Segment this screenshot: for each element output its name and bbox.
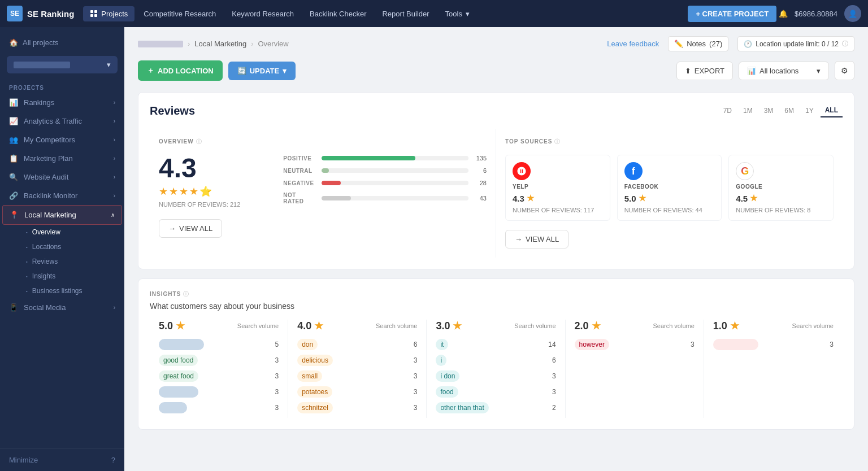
google-reviews: NUMBER OF REVIEWS: 8 (736, 207, 826, 213)
yelp-rating: 4.3 ★ (513, 193, 603, 203)
time-filter-1m[interactable]: 1M (739, 104, 757, 117)
yelp-reviews: NUMBER OF REVIEWS: 117 (513, 207, 603, 213)
insights-subtitle: What customers say about your business (150, 302, 843, 311)
nav-projects[interactable]: Projects (83, 6, 134, 21)
time-filter-6m[interactable]: 6M (780, 104, 798, 117)
marketing-plan-expand-icon: › (114, 155, 115, 162)
kw-row-potatoes: potatoes 3 (297, 386, 417, 398)
reviews-title: Reviews (150, 104, 195, 117)
insights-col-2: 2.0 ★ Search volume however 3 (566, 320, 704, 418)
social-media-expand-icon: › (114, 304, 115, 311)
sidebar-subitem-locations[interactable]: Locations (17, 239, 124, 254)
locations-select[interactable]: 📊 All locations ▾ (739, 62, 829, 80)
sidebar-subitem-overview[interactable]: Overview (17, 225, 124, 239)
nav-report-builder[interactable]: Report Builder (375, 6, 436, 21)
svg-rect-1 (94, 10, 97, 13)
sources-view-all-button[interactable]: → VIEW ALL (505, 230, 568, 248)
time-filter-7d[interactable]: 7D (719, 104, 736, 117)
overview-left: 4.3 ★ ★ ★ ★ ⭐ NUMBER OF REVIEWS: 212 (159, 155, 240, 210)
google-logo: G (736, 162, 754, 180)
main-content: › Local Marketing › Overview Leave feedb… (124, 27, 868, 471)
sidebar-subitem-business-listings[interactable]: Business listings (17, 284, 124, 298)
breadcrumb: › Local Marketing › Overview Leave feedb… (138, 36, 854, 51)
overview-panel: OVERVIEW ⓘ 4.3 ★ ★ ★ ★ ⭐ NUMBER OF REVIE… (150, 129, 496, 258)
notrated-bar-track (322, 196, 468, 200)
projects-section-label: PROJECTS (0, 78, 124, 93)
sidebar-item-rankings[interactable]: 📊 Rankings › (0, 93, 124, 112)
time-filter-3m[interactable]: 3M (760, 104, 778, 117)
col-2-header: 2.0 ★ Search volume (575, 320, 695, 332)
sidebar-item-backlink-monitor[interactable]: 🔗 Backlink Monitor › (0, 186, 124, 205)
time-filter-all[interactable]: ALL (821, 104, 843, 117)
negative-bar-fill (322, 181, 341, 185)
leave-feedback-link[interactable]: Leave feedback (607, 40, 659, 48)
project-selector[interactable]: ▾ (7, 56, 118, 73)
breadcrumb-local-marketing[interactable]: Local Marketing (194, 40, 246, 48)
sidebar-subitem-reviews[interactable]: Reviews (17, 254, 124, 269)
top-sources-label: TOP SOURCES ⓘ (505, 138, 834, 146)
add-location-button[interactable]: ＋ ADD LOCATION (138, 60, 223, 81)
top-sources-info-icon: ⓘ (554, 138, 561, 145)
sources-view-all-arrow-icon: → (515, 235, 522, 243)
time-filter-1y[interactable]: 1Y (801, 104, 818, 117)
notification-icon[interactable]: 🔔 (779, 10, 788, 18)
kw-row-i-don: i don 3 (436, 370, 555, 382)
settings-button[interactable]: ⚙ (835, 61, 854, 80)
sidebar-item-social-media[interactable]: 📱 Social Media › (0, 298, 124, 317)
kw-row-it: it 14 (436, 339, 555, 350)
project-name-blurred (14, 62, 70, 68)
kw-row: 5 (159, 339, 279, 350)
nav-backlink-checker[interactable]: Backlink Checker (303, 6, 373, 21)
logo[interactable]: SE SE Ranking (7, 6, 74, 21)
facebook-name: FACEBOOK (624, 184, 715, 190)
sidebar-item-local-marketing[interactable]: 📍 Local Marketing ∧ (2, 205, 122, 225)
update-dropdown-arrow: ▾ (283, 67, 287, 75)
insights-col-1: 1.0 ★ Search volume 3 (704, 320, 843, 418)
kw-row-blurred-3: 3 (159, 402, 279, 413)
export-button[interactable]: ⬆ EXPORT (676, 62, 733, 80)
keyword-don: don (297, 339, 318, 350)
create-project-button[interactable]: + CREATE PROJECT (688, 6, 776, 22)
overall-stars: ★ ★ ★ ★ ⭐ (159, 185, 240, 198)
sidebar-all-projects[interactable]: 🏠 All projects (0, 34, 124, 51)
overview-info-icon: ⓘ (196, 138, 202, 145)
col-2-rating: 2.0 ★ (575, 320, 601, 332)
location-limit-display: 🕐 Location update limit: 0 / 12 ⓘ (737, 36, 854, 51)
big-rating: 4.3 (159, 155, 240, 182)
nav-keyword-research[interactable]: Keyword Research (225, 6, 301, 21)
limit-icon: 🕐 (744, 40, 752, 48)
rankings-expand-icon: › (114, 99, 115, 106)
facebook-logo: f (624, 162, 643, 180)
keyword-blurred-2 (159, 386, 198, 398)
star-1: ★ (159, 185, 168, 198)
avatar[interactable]: 👤 (844, 5, 861, 22)
minimize-button[interactable]: Minimize ? (0, 448, 124, 471)
local-marketing-expand-icon: ∧ (111, 212, 115, 218)
nav-tools[interactable]: Tools ▾ (439, 6, 476, 21)
neutral-bar-fill (322, 168, 329, 173)
backlink-monitor-expand-icon: › (114, 193, 115, 199)
keyword-small: small (297, 370, 322, 382)
sidebar-item-analytics[interactable]: 📈 Analytics & Traffic › (0, 112, 124, 130)
analytics-expand-icon: › (114, 118, 115, 124)
col-4-header: 4.0 ★ Search volume (297, 320, 417, 332)
overview-view-all-button[interactable]: → VIEW ALL (159, 219, 222, 238)
sidebar-subitem-insights[interactable]: Insights (17, 269, 124, 284)
nav-competitive-research[interactable]: Competitive Research (137, 6, 223, 21)
sidebar-item-competitors[interactable]: 👥 My Competitors › (0, 130, 124, 149)
kw-row-other-than-that: other than that 2 (436, 402, 555, 413)
sidebar-item-marketing-plan[interactable]: 📋 Marketing Plan › (0, 149, 124, 168)
col-5-rating: 5.0 ★ (159, 320, 185, 332)
notes-button[interactable]: ✏️ Notes (27) (668, 36, 728, 51)
star-5: ⭐ (199, 185, 212, 198)
reviews-card: Reviews 7D 1M 3M 6M 1Y ALL OVERVIEW ⓘ 4.… (138, 92, 854, 269)
overview-inner: 4.3 ★ ★ ★ ★ ⭐ NUMBER OF REVIEWS: 212 POS… (159, 155, 487, 210)
update-button[interactable]: 🔄 UPDATE ▾ (228, 62, 296, 80)
tools-chevron-icon: ▾ (466, 10, 470, 18)
add-icon: ＋ (147, 66, 154, 76)
refresh-icon: 🔄 (237, 67, 246, 75)
col-4-rating: 4.0 ★ (297, 320, 323, 332)
sidebar-item-website-audit[interactable]: 🔍 Website Audit › (0, 168, 124, 186)
sentiment-negative: NEGATIVE 28 (283, 180, 487, 186)
question-icon[interactable]: ? (111, 456, 115, 464)
